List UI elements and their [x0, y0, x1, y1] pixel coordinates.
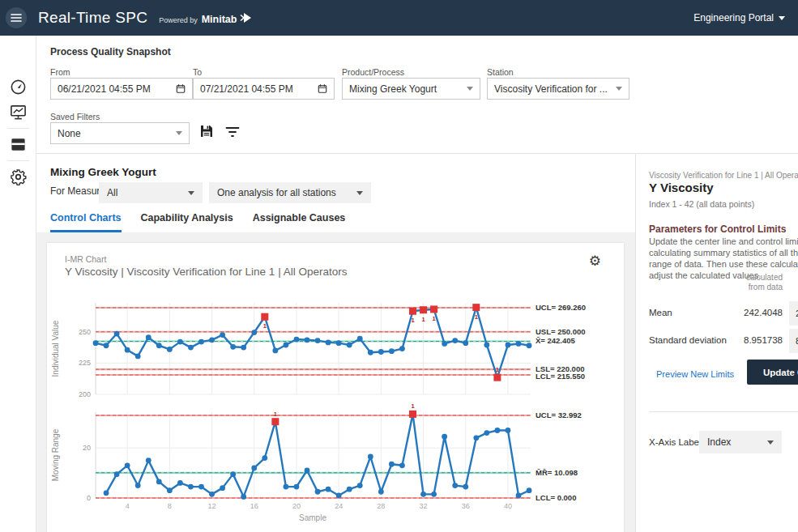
svg-text:200: 200: [79, 390, 91, 398]
svg-text:250: 250: [79, 328, 91, 336]
analysis-mode-dropdown[interactable]: One analysis for all stations: [209, 182, 371, 203]
svg-text:1: 1: [433, 315, 436, 322]
svg-text:1: 1: [263, 322, 267, 330]
mean-calculated-value: 242.4048: [718, 308, 783, 317]
svg-text:4: 4: [126, 502, 130, 510]
product-process-dropdown[interactable]: Mixing Greek Yogurt: [342, 78, 480, 100]
analysis-mode-value: One analysis for all stations: [217, 187, 356, 198]
chevron-down-icon: [188, 191, 194, 195]
svg-text:UCL= 32.992: UCL= 32.992: [536, 411, 582, 419]
from-date-field[interactable]: [50, 78, 193, 100]
svg-text:24: 24: [335, 502, 343, 510]
panel-subtitle: Viscosity Verification for Line 1 | All …: [649, 171, 798, 180]
svg-text:X̄= 242.405: X̄= 242.405: [536, 336, 576, 345]
svg-text:1: 1: [496, 366, 499, 373]
saved-filters-dropdown[interactable]: None: [50, 122, 190, 144]
imr-chart-card: I-MR Chart Y Viscosity | Viscosity Verif…: [47, 243, 624, 532]
update-control-limits-button[interactable]: Update Control Limits: [747, 360, 798, 385]
hamburger-menu-icon[interactable]: [6, 7, 27, 28]
svg-text:16: 16: [250, 502, 258, 510]
app-title: Real-Time SPC: [38, 9, 147, 27]
portal-label: Engineering Portal: [693, 12, 774, 23]
product-process-value: Mixing Greek Yogurt: [349, 83, 467, 95]
tab-control-charts[interactable]: Control Charts: [50, 212, 122, 232]
svg-text:0: 0: [87, 494, 91, 502]
chart-canvas-area: I-MR Chart Y Viscosity | Viscosity Verif…: [36, 232, 635, 532]
save-icon[interactable]: [198, 123, 215, 139]
svg-text:20: 20: [83, 444, 91, 452]
analysis-section: Mixing Greek Yogurt For Measure: All One…: [36, 154, 636, 532]
calendar-icon[interactable]: [318, 83, 327, 94]
svg-text:USL= 250.000: USL= 250.000: [536, 327, 586, 336]
stdev-input[interactable]: [789, 329, 798, 353]
svg-text:Individual Value: Individual Value: [51, 320, 60, 377]
top-header: Real-Time SPC Powered by Minitab Enginee…: [0, 0, 798, 36]
from-date-input[interactable]: [58, 83, 176, 95]
svg-text:LCL= 0.000: LCL= 0.000: [536, 493, 576, 502]
tab-assignable-causes[interactable]: Assignable Causes: [253, 212, 346, 232]
chevron-down-icon: [356, 191, 363, 195]
measure-dropdown[interactable]: All: [99, 182, 203, 203]
svg-text:36: 36: [462, 502, 470, 510]
chart-type-label: I-MR Chart: [65, 254, 106, 264]
filter-icon[interactable]: [224, 124, 241, 140]
preview-new-limits-link[interactable]: Preview New Limits: [649, 369, 734, 379]
gear-icon[interactable]: [10, 168, 27, 185]
panel-title: Y Viscosity: [649, 181, 714, 194]
gauge-icon[interactable]: [10, 79, 27, 96]
svg-text:UCL= 269.260: UCL= 269.260: [536, 303, 586, 312]
stdev-label: Standard deviation: [649, 335, 727, 345]
monitor-chart-icon[interactable]: [10, 104, 27, 121]
station-dropdown[interactable]: Viscosity Verification for ...: [487, 78, 629, 100]
svg-text:28: 28: [377, 502, 385, 510]
station-label: Station: [487, 67, 514, 77]
section-title: Process Quality Snapshot: [50, 46, 171, 57]
svg-text:40: 40: [504, 502, 512, 510]
stdev-calculated-value: 8.951738: [718, 335, 783, 345]
to-date-input[interactable]: [200, 83, 318, 95]
powered-by: Powered by Minitab: [159, 11, 252, 25]
index-range-label: Index 1 - 42 (all data points): [649, 199, 754, 209]
powered-by-label: Powered by: [159, 16, 198, 24]
mean-label: Mean: [649, 308, 672, 317]
svg-text:Moving Range: Moving Range: [51, 428, 60, 481]
control-limits-panel: Viscosity Verification for Line 1 | All …: [637, 154, 798, 532]
svg-text:1: 1: [421, 316, 425, 323]
svg-text:LCL= 215.550: LCL= 215.550: [536, 372, 585, 381]
chevron-down-icon: [176, 131, 182, 135]
chart-title: Y Viscosity | Viscosity Verification for…: [65, 266, 347, 278]
parameters-heading: Parameters for Control Limits: [649, 223, 786, 235]
tab-capability-analysis[interactable]: Capability Analysis: [141, 212, 233, 232]
to-date-field[interactable]: [193, 78, 335, 100]
mean-input[interactable]: [789, 301, 798, 326]
station-value: Viscosity Verification for ...: [494, 83, 616, 95]
svg-text:12: 12: [208, 502, 216, 510]
chevron-down-icon: [767, 440, 774, 445]
sidebar: [0, 36, 36, 532]
moving-range-chart: 200UCL= 32.992M̄R̄= 10.098LCL= 0.0001148…: [47, 402, 624, 530]
sidebar-divider: [7, 128, 29, 129]
individuals-chart: 250225200UCL= 269.260USL= 250.000X̄= 242…: [47, 285, 624, 405]
svg-text:1: 1: [411, 317, 414, 324]
svg-text:M̄R̄= 10.098: M̄R̄= 10.098: [536, 468, 578, 477]
x-axis-dropdown[interactable]: Index: [699, 431, 782, 453]
svg-text:20: 20: [292, 502, 301, 510]
process-title: Mixing Greek Yogurt: [50, 166, 156, 178]
tab-bar: Control Charts Capability Analysis Assig…: [50, 212, 345, 232]
archive-box-icon[interactable]: [10, 136, 27, 153]
svg-text:32: 32: [420, 502, 428, 510]
x-axis-value: Index: [707, 436, 767, 448]
svg-text:1: 1: [411, 402, 414, 410]
svg-text:Sample: Sample: [299, 513, 326, 522]
x-axis-label: X-Axis Label:: [649, 437, 704, 447]
product-process-label: Product/Process: [342, 67, 404, 77]
measure-value: All: [107, 187, 188, 198]
chart-settings-gear-icon[interactable]: ⚙: [589, 254, 601, 268]
brand-name: Minitab: [202, 14, 237, 25]
minitab-logo-icon: [240, 12, 252, 23]
calendar-icon[interactable]: [176, 83, 186, 94]
from-label: From: [50, 67, 70, 77]
svg-text:225: 225: [79, 359, 91, 367]
panel-divider: [649, 411, 798, 412]
portal-menu[interactable]: Engineering Portal: [693, 12, 785, 23]
